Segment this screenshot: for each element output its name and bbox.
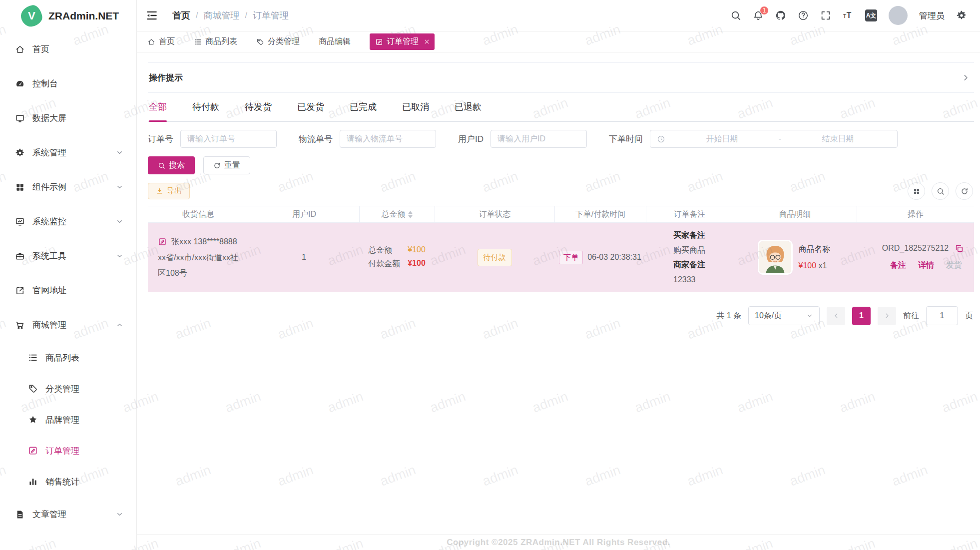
tab-orders-active[interactable]: 订单管理 (370, 33, 435, 50)
filter-tab-to-ship[interactable]: 待发货 (245, 93, 272, 121)
prev-page-button[interactable] (827, 307, 845, 325)
page-unit-label: 页 (965, 311, 973, 321)
date-range-separator: - (779, 134, 781, 143)
username[interactable]: 管理员 (919, 10, 945, 21)
sidebar-item-mall[interactable]: 商城管理 (0, 308, 136, 342)
refresh-table-button[interactable] (956, 182, 973, 200)
language-icon[interactable]: A文 (865, 9, 877, 21)
filter-tab-unpaid[interactable]: 待付款 (192, 93, 219, 121)
bar-chart-icon (28, 477, 38, 487)
github-icon[interactable] (775, 10, 786, 21)
page-size-select[interactable]: 10条/页 (748, 306, 820, 325)
sidebar-item-label: 首页 (32, 43, 49, 55)
sidebar: V ZRAdmin.NET 首页 控制台 数据大屏 系统管理 (0, 0, 137, 550)
sidebar-item-brand[interactable]: 品牌管理 (0, 404, 136, 435)
sidebar-item-label: 数据大屏 (32, 112, 66, 124)
sidebar-item-datascreen[interactable]: 数据大屏 (0, 101, 136, 135)
tab-home[interactable]: 首页 (147, 36, 175, 47)
tab-category[interactable]: 分类管理 (256, 36, 300, 47)
tab-product-edit[interactable]: 商品编辑 (319, 36, 351, 47)
tab-label: 商品编辑 (319, 36, 351, 47)
sidebar-item-label: 分类管理 (45, 383, 79, 395)
sidebar-item-sales-stats[interactable]: 销售统计 (0, 466, 136, 497)
detail-action-link[interactable]: 详情 (918, 260, 934, 271)
edit-address-icon[interactable] (158, 237, 167, 246)
avatar[interactable] (889, 6, 908, 25)
sidebar-item-home[interactable]: 首页 (0, 32, 136, 66)
fullscreen-icon[interactable] (820, 10, 831, 21)
seller-note-value: 12333 (673, 272, 705, 287)
paid-amount-label: 付款金额 (368, 259, 400, 269)
tab-label: 订单管理 (387, 36, 419, 47)
cart-icon (15, 320, 25, 330)
status-badge: 待付款 (478, 249, 512, 266)
sidebar-item-system-admin[interactable]: 系统管理 (0, 135, 136, 170)
goto-page-input[interactable] (926, 306, 958, 325)
header-user-id: 用户ID (249, 206, 359, 222)
help-icon[interactable] (798, 10, 809, 21)
breadcrumb-separator: / (196, 11, 198, 20)
note-action-link[interactable]: 备注 (890, 260, 906, 271)
next-page-button[interactable] (878, 307, 896, 325)
breadcrumb-home[interactable]: 首页 (172, 9, 190, 21)
order-no-input[interactable] (180, 130, 277, 148)
amount-cell: 总金额 ¥100 付款金额 ¥100 (359, 240, 435, 274)
header-amount[interactable]: 总金额 (359, 206, 435, 222)
close-icon[interactable] (424, 38, 430, 45)
user-id-cell: 1 (249, 248, 359, 267)
notification-bell-icon[interactable]: 1 (753, 10, 764, 21)
order-time-field: 下单时间 开始日期 - 结束日期 (609, 130, 898, 148)
column-settings-button[interactable] (908, 182, 925, 200)
date-range-picker[interactable]: 开始日期 - 结束日期 (650, 130, 898, 148)
filter-tab-completed[interactable]: 已完成 (350, 93, 377, 121)
reset-button[interactable]: 重置 (203, 156, 250, 174)
copy-icon[interactable] (955, 244, 964, 253)
show-search-button[interactable] (932, 182, 949, 200)
search-icon[interactable] (730, 10, 741, 21)
filter-tab-cancelled[interactable]: 已取消 (402, 93, 429, 121)
sidebar-item-website[interactable]: 官网地址 (0, 273, 136, 308)
export-button[interactable]: 导出 (148, 183, 190, 199)
sidebar-fold-icon[interactable] (145, 9, 158, 22)
product-image[interactable] (759, 241, 791, 273)
chevron-down-icon (806, 312, 813, 319)
header-remark: 订单备注 (646, 206, 733, 222)
navbar-actions: 1 A文 管理员 (730, 6, 967, 25)
edit-square-icon (375, 38, 383, 46)
font-size-icon[interactable] (843, 10, 854, 21)
product-quantity: x1 (819, 261, 827, 270)
sidebar-item-articles[interactable]: 文章管理 (0, 497, 136, 532)
sidebar-item-tools[interactable]: 系统工具 (0, 239, 136, 273)
filter-tab-all[interactable]: 全部 (149, 93, 167, 121)
search-form: 订单号 物流单号 用户ID 下单时间 开始日期 - (148, 130, 974, 148)
sidebar-item-category[interactable]: 分类管理 (0, 373, 136, 404)
tip-collapse-panel[interactable]: 操作提示 (148, 62, 974, 93)
sidebar-item-orders[interactable]: 订单管理 (0, 435, 136, 466)
filter-tab-refunded[interactable]: 已退款 (455, 93, 482, 121)
sidebar-item-product-list[interactable]: 商品列表 (0, 342, 136, 373)
breadcrumb-section: 商城管理 (203, 9, 239, 21)
filter-tab-shipped[interactable]: 已发货 (297, 93, 324, 121)
tracking-no-label: 物流单号 (299, 133, 333, 145)
current-page-button[interactable]: 1 (852, 307, 871, 325)
settings-gear-icon[interactable] (956, 10, 967, 21)
search-button[interactable]: 搜索 (148, 156, 195, 174)
tab-product-list[interactable]: 商品列表 (194, 36, 237, 47)
table-header-row: 收货信息 用户ID 总金额 订单状态 下单/付款时间 订单备注 商品明细 操作 (148, 206, 974, 223)
buyer-note-value: 购买商品 (673, 243, 705, 258)
chevron-down-icon (116, 511, 123, 518)
copyright-text: Copyright ©2025 ZRAdmin.NET All Rights R… (447, 538, 670, 548)
tracking-no-input[interactable] (340, 130, 436, 148)
sidebar-item-components[interactable]: 组件示例 (0, 170, 136, 204)
user-id-label: 用户ID (458, 133, 484, 145)
user-id-input[interactable] (490, 130, 587, 148)
sort-carets[interactable] (408, 211, 413, 218)
chevron-right-icon[interactable] (962, 73, 970, 82)
sidebar-item-monitor[interactable]: 系统监控 (0, 204, 136, 239)
end-date-placeholder[interactable]: 结束日期 (785, 134, 891, 144)
start-date-placeholder[interactable]: 开始日期 (669, 134, 775, 144)
sidebar-item-dashboard[interactable]: 控制台 (0, 66, 136, 101)
chevron-up-icon (116, 321, 123, 329)
tag-icon (256, 38, 264, 46)
breadcrumb: 首页 / 商城管理 / 订单管理 (172, 9, 289, 21)
